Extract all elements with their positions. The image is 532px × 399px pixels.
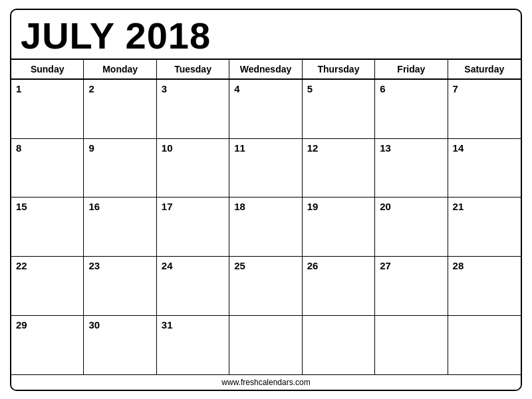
day-cell-empty [448,316,521,374]
day-cell-12: 12 [303,139,375,198]
day-cell-3: 3 [157,80,229,138]
week-row-4: 22232425262728 [11,257,521,316]
day-cell-11: 11 [229,139,302,198]
day-header-monday: Monday [84,60,156,78]
day-cell-24: 24 [157,257,229,315]
day-cell-10: 10 [157,139,229,198]
day-cell-6: 6 [375,80,448,138]
day-cell-19: 19 [303,198,375,256]
day-cell-2: 2 [84,80,156,138]
day-cell-empty [303,316,375,374]
day-cell-25: 25 [229,257,302,315]
day-cell-9: 9 [84,139,156,198]
day-cell-31: 31 [157,316,229,374]
day-cell-23: 23 [84,257,156,315]
day-cell-empty [229,316,302,374]
week-row-3: 15161718192021 [11,198,521,257]
day-cell-30: 30 [84,316,156,374]
day-cell-27: 27 [375,257,448,315]
day-cell-18: 18 [229,198,302,256]
day-cell-17: 17 [157,198,229,256]
day-cell-21: 21 [448,198,521,256]
day-cell-1: 1 [11,80,84,138]
week-row-1: 1234567 [11,80,521,139]
day-header-tuesday: Tuesday [157,60,229,78]
day-cell-16: 16 [84,198,156,256]
day-cell-29: 29 [11,316,84,374]
calendar: JULY 2018 SundayMondayTuesdayWednesdayTh… [10,9,522,391]
day-header-sunday: Sunday [11,60,84,78]
day-cell-28: 28 [448,257,521,315]
day-cell-14: 14 [448,139,521,198]
day-cell-15: 15 [11,198,84,256]
day-cell-13: 13 [375,139,448,198]
day-cell-7: 7 [448,80,521,138]
day-cell-26: 26 [303,257,375,315]
day-headers: SundayMondayTuesdayWednesdayThursdayFrid… [11,60,521,80]
day-cell-4: 4 [229,80,302,138]
day-header-wednesday: Wednesday [229,60,302,78]
day-cell-8: 8 [11,139,84,198]
week-row-5: 293031 [11,316,521,374]
day-header-friday: Friday [375,60,448,78]
calendar-title: JULY 2018 [11,10,521,61]
calendar-grid: SundayMondayTuesdayWednesdayThursdayFrid… [11,60,521,374]
day-header-saturday: Saturday [448,60,521,78]
weeks-container: 1234567891011121314151617181920212223242… [11,80,521,374]
day-header-thursday: Thursday [303,60,375,78]
day-cell-empty [375,316,448,374]
day-cell-5: 5 [303,80,375,138]
week-row-2: 891011121314 [11,139,521,198]
day-cell-22: 22 [11,257,84,315]
day-cell-20: 20 [375,198,448,256]
footer: www.freshcalendars.com [11,374,521,390]
